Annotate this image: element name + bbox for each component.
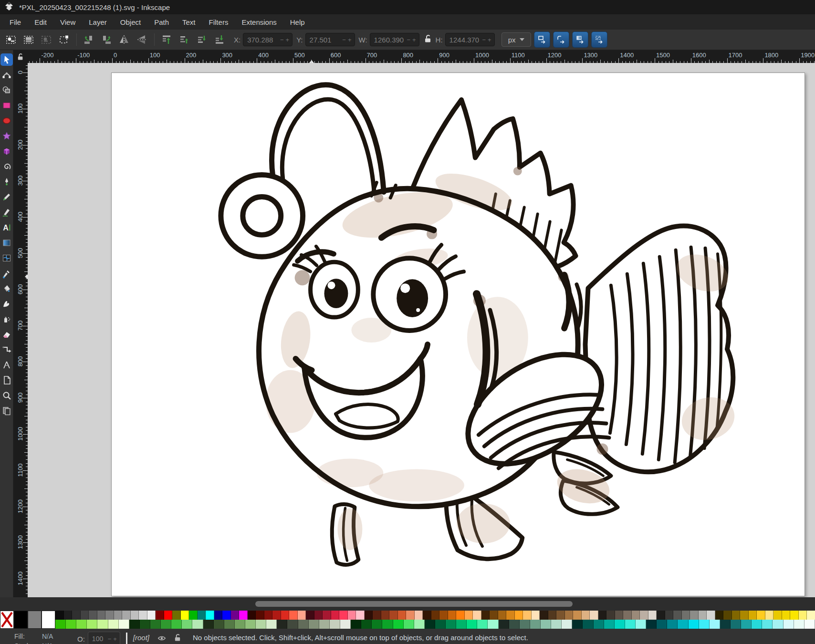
palette-swatch[interactable]	[799, 611, 807, 620]
opacity-minus[interactable]: −	[107, 635, 113, 643]
palette-swatch[interactable]	[606, 611, 615, 620]
palette-swatch[interactable]	[198, 611, 206, 620]
palette-swatch[interactable]	[540, 611, 548, 620]
palette-swatch[interactable]	[456, 620, 467, 629]
palette-swatch[interactable]	[689, 620, 699, 629]
palette-swatch[interactable]	[298, 620, 309, 629]
palette-swatch[interactable]	[682, 611, 690, 620]
tool-spiral[interactable]	[0, 160, 13, 173]
tool-ellipse[interactable]	[0, 114, 13, 127]
palette-swatch[interactable]	[331, 611, 340, 620]
palette-swatch[interactable]	[203, 620, 214, 629]
tool-pen[interactable]	[0, 176, 13, 188]
y-plus[interactable]: +	[347, 36, 353, 43]
palette-swatch[interactable]	[640, 611, 648, 620]
menu-file[interactable]: File	[3, 16, 28, 29]
menu-layer[interactable]: Layer	[82, 16, 114, 29]
palette-swatch[interactable]	[277, 620, 287, 629]
scale-corners-toggle[interactable]	[553, 31, 569, 48]
palette-swatch[interactable]	[272, 611, 281, 620]
tool-measure[interactable]	[0, 359, 13, 371]
palette-swatch[interactable]	[805, 620, 815, 629]
opacity-plus[interactable]: +	[112, 635, 118, 643]
lock-width-height-icon[interactable]	[424, 34, 432, 45]
layer-visibility-eye-icon[interactable]	[157, 634, 167, 644]
tool-gradient[interactable]	[0, 237, 13, 249]
tool-star[interactable]	[0, 130, 13, 142]
palette-swatch[interactable]	[108, 620, 119, 629]
ruler-corner-lock[interactable]	[13, 50, 28, 63]
palette-swatch[interactable]	[636, 620, 646, 629]
palette-swatch[interactable]	[64, 611, 73, 620]
palette-swatch[interactable]	[289, 611, 298, 620]
palette-swatch[interactable]	[414, 620, 425, 629]
rotate-cw-button[interactable]	[99, 32, 114, 47]
palette-swatch[interactable]	[147, 611, 156, 620]
palette-swatch[interactable]	[565, 611, 574, 620]
palette-swatch[interactable]	[615, 611, 624, 620]
palette-swatch[interactable]	[423, 611, 431, 620]
menu-filters[interactable]: Filters	[202, 16, 235, 29]
palette-swatch[interactable]	[784, 620, 794, 629]
palette-swatch[interactable]	[573, 611, 582, 620]
palette-swatch[interactable]	[119, 620, 129, 629]
palette-swatch[interactable]	[765, 611, 774, 620]
palette-swatch[interactable]	[114, 611, 123, 620]
vertical-ruler[interactable]: 0100200300400500600700800900100011001200…	[13, 63, 28, 597]
menu-object[interactable]: Object	[114, 16, 147, 29]
x-input[interactable]: 370.288 − +	[243, 33, 293, 46]
palette-swatch[interactable]	[256, 620, 266, 629]
palette-swatch[interactable]	[235, 620, 245, 629]
palette-swatch[interactable]	[467, 620, 477, 629]
palette-swatch[interactable]	[425, 620, 435, 629]
palette-swatch[interactable]	[790, 611, 799, 620]
menu-extensions[interactable]: Extensions	[235, 16, 283, 29]
palette-swatch[interactable]	[72, 611, 81, 620]
select-all-layers-button[interactable]	[21, 32, 36, 47]
horizontal-scrollbar[interactable]	[0, 597, 815, 611]
palette-swatch[interactable]	[551, 620, 562, 629]
palette-swatch[interactable]	[139, 611, 147, 620]
palette-swatch[interactable]	[456, 611, 465, 620]
palette-swatch[interactable]	[604, 620, 615, 629]
fill-stroke-indicator[interactable]: Fill: N/A Stroke: N/A	[14, 632, 72, 644]
palette-swatch[interactable]	[657, 620, 667, 629]
palette-swatch[interactable]	[248, 611, 256, 620]
palette-swatch[interactable]	[373, 611, 381, 620]
tool-eraser[interactable]	[0, 328, 13, 341]
lower-to-bottom-button[interactable]	[212, 32, 227, 47]
palette-swatch[interactable]	[389, 611, 398, 620]
palette-swatch[interactable]	[131, 611, 139, 620]
palette-swatch[interactable]	[720, 620, 731, 629]
flip-horizontal-button[interactable]	[117, 32, 131, 47]
tool-zoom[interactable]	[0, 389, 13, 402]
palette-swatch[interactable]	[530, 620, 541, 629]
x-plus[interactable]: +	[285, 36, 291, 43]
tool-rectangle[interactable]	[0, 99, 13, 112]
palette-swatch[interactable]	[498, 611, 507, 620]
palette-swatch[interactable]	[382, 620, 393, 629]
y-minus[interactable]: −	[341, 36, 347, 43]
menu-edit[interactable]: Edit	[28, 16, 53, 29]
current-layer-label[interactable]: [root]	[133, 634, 149, 642]
palette-swatch[interactable]	[582, 611, 590, 620]
palette-swatch[interactable]	[807, 611, 815, 620]
palette-swatch[interactable]	[351, 620, 361, 629]
menu-path[interactable]: Path	[147, 16, 176, 29]
palette-swatch[interactable]	[129, 620, 140, 629]
tool-mesh-gradient[interactable]	[0, 252, 13, 264]
palette-swatch[interactable]	[319, 620, 330, 629]
x-minus[interactable]: −	[279, 36, 285, 43]
palette-swatch[interactable]	[594, 620, 604, 629]
palette-swatch[interactable]	[206, 611, 214, 620]
palette-swatch[interactable]	[330, 620, 340, 629]
palette-swatch[interactable]	[214, 611, 223, 620]
palette-swatch[interactable]	[699, 620, 710, 629]
palette-swatch[interactable]	[348, 611, 356, 620]
palette-swatch[interactable]	[339, 611, 348, 620]
palette-swatch[interactable]	[707, 611, 715, 620]
palette-swatch[interactable]	[625, 620, 636, 629]
palette-swatch[interactable]	[256, 611, 264, 620]
palette-swatch[interactable]	[161, 620, 171, 629]
raise-button[interactable]	[177, 32, 191, 47]
